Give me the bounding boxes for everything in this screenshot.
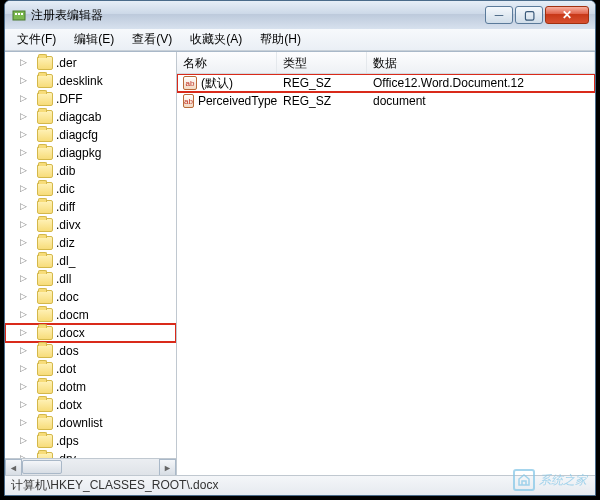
tree-pane: ▷.der▷.desklink▷.DFF▷.diagcab▷.diagcfg▷.… xyxy=(5,52,177,475)
folder-icon xyxy=(37,146,53,160)
value-data: Office12.Word.Document.12 xyxy=(367,76,595,90)
folder-icon xyxy=(37,272,53,286)
expand-icon[interactable]: ▷ xyxy=(20,129,32,141)
horizontal-scrollbar[interactable]: ◄ ► xyxy=(5,458,176,475)
value-type: REG_SZ xyxy=(277,94,367,108)
value-row[interactable]: abPerceivedTypeREG_SZdocument xyxy=(177,92,595,110)
expand-icon[interactable]: ▷ xyxy=(20,345,32,357)
expand-icon[interactable]: ▷ xyxy=(20,75,32,87)
tree-item[interactable]: ▷.diz xyxy=(5,234,176,252)
value-data: document xyxy=(367,94,595,108)
folder-icon xyxy=(37,56,53,70)
folder-icon xyxy=(37,218,53,232)
expand-icon[interactable]: ▷ xyxy=(20,381,32,393)
expand-icon[interactable]: ▷ xyxy=(20,417,32,429)
folder-icon xyxy=(37,128,53,142)
tree-item-label: .diz xyxy=(56,236,75,250)
expand-icon[interactable]: ▷ xyxy=(20,93,32,105)
menu-help[interactable]: 帮助(H) xyxy=(252,29,309,50)
menu-edit[interactable]: 编辑(E) xyxy=(66,29,122,50)
window-controls: ─ ▢ ✕ xyxy=(485,6,589,24)
svg-rect-0 xyxy=(13,11,25,20)
folder-icon xyxy=(37,236,53,250)
values-list[interactable]: ab(默认)REG_SZOffice12.Word.Document.12abP… xyxy=(177,74,595,475)
folder-icon xyxy=(37,74,53,88)
tree-item-label: .dos xyxy=(56,344,79,358)
tree-item-label: .dps xyxy=(56,434,79,448)
expand-icon[interactable]: ▷ xyxy=(20,147,32,159)
tree-item[interactable]: ▷.dic xyxy=(5,180,176,198)
expand-icon[interactable]: ▷ xyxy=(20,165,32,177)
folder-icon xyxy=(37,380,53,394)
menu-view[interactable]: 查看(V) xyxy=(124,29,180,50)
tree-item-label: .diagpkg xyxy=(56,146,101,160)
tree-item[interactable]: ▷.dib xyxy=(5,162,176,180)
scroll-thumb[interactable] xyxy=(22,460,62,474)
tree-item[interactable]: ▷.diagcab xyxy=(5,108,176,126)
tree-item[interactable]: ▷.dotm xyxy=(5,378,176,396)
tree-item[interactable]: ▷.diff xyxy=(5,198,176,216)
menu-favorites[interactable]: 收藏夹(A) xyxy=(182,29,250,50)
maximize-button[interactable]: ▢ xyxy=(515,6,543,24)
scroll-left-button[interactable]: ◄ xyxy=(5,459,22,475)
expand-icon[interactable]: ▷ xyxy=(20,273,32,285)
svg-rect-2 xyxy=(18,13,20,15)
folder-icon xyxy=(37,308,53,322)
expand-icon[interactable]: ▷ xyxy=(20,363,32,375)
value-name: (默认) xyxy=(201,75,233,92)
tree-item-label: .docm xyxy=(56,308,89,322)
tree-item[interactable]: ▷.der xyxy=(5,54,176,72)
string-value-icon: ab xyxy=(183,94,194,108)
tree-item[interactable]: ▷.dos xyxy=(5,342,176,360)
expand-icon[interactable]: ▷ xyxy=(20,237,32,249)
tree-item[interactable]: ▷.dll xyxy=(5,270,176,288)
expand-icon[interactable]: ▷ xyxy=(20,309,32,321)
expand-icon[interactable]: ▷ xyxy=(20,291,32,303)
tree-item[interactable]: ▷.divx xyxy=(5,216,176,234)
window-title: 注册表编辑器 xyxy=(31,7,485,24)
folder-icon xyxy=(37,92,53,106)
tree-item[interactable]: ▷.docm xyxy=(5,306,176,324)
tree-item[interactable]: ▷.dps xyxy=(5,432,176,450)
tree-item[interactable]: ▷.dl_ xyxy=(5,252,176,270)
expand-icon[interactable]: ▷ xyxy=(20,435,32,447)
expand-icon[interactable]: ▷ xyxy=(20,201,32,213)
app-icon xyxy=(11,7,27,23)
minimize-button[interactable]: ─ xyxy=(485,6,513,24)
expand-icon[interactable]: ▷ xyxy=(20,111,32,123)
content-area: ▷.der▷.desklink▷.DFF▷.diagcab▷.diagcfg▷.… xyxy=(5,51,595,475)
expand-icon[interactable]: ▷ xyxy=(20,327,32,339)
expand-icon[interactable]: ▷ xyxy=(20,183,32,195)
tree-item-label: .dic xyxy=(56,182,75,196)
tree-item[interactable]: ▷.desklink xyxy=(5,72,176,90)
col-name[interactable]: 名称 xyxy=(177,52,277,73)
expand-icon[interactable]: ▷ xyxy=(20,255,32,267)
tree-item[interactable]: ▷.doc xyxy=(5,288,176,306)
expand-icon[interactable]: ▷ xyxy=(20,57,32,69)
tree-item[interactable]: ▷.diagpkg xyxy=(5,144,176,162)
tree-item[interactable]: ▷.diagcfg xyxy=(5,126,176,144)
tree-item-label: .downlist xyxy=(56,416,103,430)
tree-item-label: .DFF xyxy=(56,92,83,106)
menu-file[interactable]: 文件(F) xyxy=(9,29,64,50)
tree-item[interactable]: ▷.downlist xyxy=(5,414,176,432)
tree-item[interactable]: ▷.dot xyxy=(5,360,176,378)
value-row[interactable]: ab(默认)REG_SZOffice12.Word.Document.12 xyxy=(177,74,595,92)
value-name: PerceivedType xyxy=(198,94,277,108)
scroll-right-button[interactable]: ► xyxy=(159,459,176,475)
expand-icon[interactable]: ▷ xyxy=(20,219,32,231)
expand-icon[interactable]: ▷ xyxy=(20,399,32,411)
col-type[interactable]: 类型 xyxy=(277,52,367,73)
tree-item[interactable]: ▷.docx xyxy=(5,324,176,342)
tree-item[interactable]: ▷.drv xyxy=(5,450,176,458)
title-bar[interactable]: 注册表编辑器 ─ ▢ ✕ xyxy=(5,1,595,29)
col-data[interactable]: 数据 xyxy=(367,52,595,73)
tree-item-label: .docx xyxy=(56,326,85,340)
tree-item[interactable]: ▷.DFF xyxy=(5,90,176,108)
menu-bar: 文件(F) 编辑(E) 查看(V) 收藏夹(A) 帮助(H) xyxy=(5,29,595,51)
tree-item-label: .dl_ xyxy=(56,254,75,268)
close-button[interactable]: ✕ xyxy=(545,6,589,24)
tree-item-label: .doc xyxy=(56,290,79,304)
registry-tree[interactable]: ▷.der▷.desklink▷.DFF▷.diagcab▷.diagcfg▷.… xyxy=(5,52,176,458)
tree-item[interactable]: ▷.dotx xyxy=(5,396,176,414)
